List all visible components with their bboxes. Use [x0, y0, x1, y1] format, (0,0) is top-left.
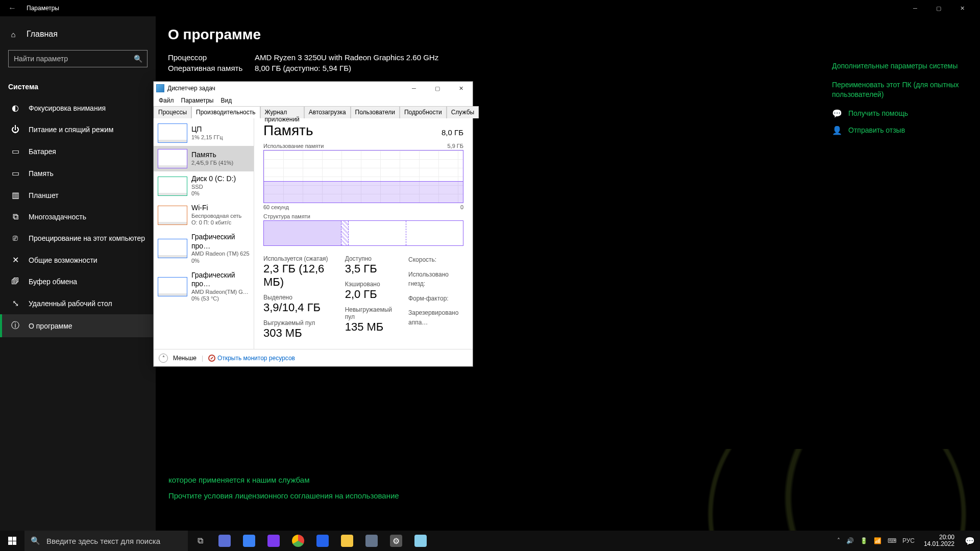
taskbar-app-2[interactable] [237, 531, 261, 551]
tm-collapse-button[interactable]: ˄ [159, 354, 168, 363]
taskbar-app-settings[interactable]: ⚙ [384, 531, 408, 551]
minimize-button[interactable]: ─ [903, 0, 927, 16]
sidebar-icon: ⤡ [10, 298, 20, 308]
mem-axis-left: 60 секунд [263, 204, 289, 210]
sidebar-item-6[interactable]: ⎚Проецирование на этот компьютер [0, 228, 156, 249]
mini-graph-icon [158, 277, 187, 296]
tm-menu-options[interactable]: Параметры [181, 97, 214, 104]
sidebar-category: Система [0, 77, 156, 97]
maximize-button[interactable]: ▢ [927, 0, 950, 16]
tm-resource-cpu-0[interactable]: ЦП1% 2,15 ГГц [154, 120, 254, 146]
taskbar-app-1[interactable] [212, 531, 237, 551]
sidebar-item-1[interactable]: ⏻Питание и спящий режим [0, 119, 156, 140]
stat-avail-label: Доступно [345, 255, 392, 262]
taskbar-app-chrome[interactable] [286, 531, 310, 551]
sidebar-home[interactable]: ⌂ Главная [0, 24, 156, 44]
sidebar-item-7[interactable]: ✕Общие возможности [0, 249, 156, 271]
tm-menu-view[interactable]: Вид [220, 97, 232, 104]
link-advanced-settings[interactable]: Дополнительные параметры системы [832, 61, 960, 71]
tray-volume-icon[interactable]: 🔊 [846, 537, 854, 544]
mini-graph-icon [158, 123, 187, 143]
sidebar-item-0[interactable]: ◐Фокусировка внимания [0, 97, 156, 119]
stat-paged-value: 303 МБ [263, 327, 329, 340]
taskbar-app-3[interactable] [261, 531, 286, 551]
tm-detail-title: Память [263, 122, 313, 139]
mem-usage-max: 5,9 ГБ [447, 143, 463, 149]
sidebar-icon: ▭ [10, 146, 20, 156]
taskbar-app-store[interactable] [310, 531, 335, 551]
license-line-2[interactable]: Прочтите условия лицензионного соглашени… [168, 491, 399, 500]
settings-window: ← Параметры ─ ▢ ✕ ⌂ Главная 🔍 Система ◐Ф… [0, 0, 980, 551]
sidebar-item-3[interactable]: ▭Память [0, 162, 156, 184]
tray-battery-icon[interactable]: 🔋 [860, 537, 868, 544]
tm-resource-gpu-5[interactable]: Графический про…AMD Radeon(TM) Grap…0% (… [154, 268, 254, 306]
stat-slots-label: Использовано гнезд: [408, 270, 463, 289]
tm-close-button[interactable]: ✕ [449, 82, 473, 95]
tm-tab-0[interactable]: Процессы [154, 106, 191, 118]
tm-tab-4[interactable]: Пользователи [351, 106, 400, 118]
stat-avail-value: 3,5 ГБ [345, 262, 392, 276]
task-view-button[interactable]: ⧉ [188, 531, 212, 551]
search-icon: 🔍 [31, 536, 40, 545]
tm-resource-gpu-4[interactable]: Графический про…AMD Radeon (TM) 6250% [154, 230, 254, 268]
mini-graph-icon [158, 149, 187, 168]
system-tray: ˄ 🔊 🔋 📶 ⌨ РУС [833, 537, 919, 544]
tm-tab-3[interactable]: Автозагрузка [304, 106, 351, 118]
tray-language[interactable]: РУС [902, 537, 915, 544]
sidebar-item-9[interactable]: ⤡Удаленный рабочий стол [0, 292, 156, 314]
resource-name: Графический про… [191, 271, 250, 289]
tm-tab-6[interactable]: Службы [447, 106, 479, 118]
tm-maximize-button[interactable]: ▢ [426, 82, 449, 95]
tm-resource-disk-2[interactable]: Диск 0 (C: D:)SSD0% [154, 171, 254, 201]
license-line-1[interactable]: которое применяется к нашим службам [168, 475, 399, 484]
taskbar-clock[interactable]: 20:00 14.01.2022 [919, 534, 960, 547]
tm-resource-wifi-3[interactable]: Wi-FiБеспроводная сетьО: 0 П: 0 кбит/с [154, 201, 254, 230]
link-feedback[interactable]: 👤 Отправить отзыв [832, 126, 960, 135]
stat-nonpaged-label: Невыгружаемый пул [345, 306, 392, 320]
taskbar-app-taskmgr[interactable] [359, 531, 384, 551]
home-icon: ⌂ [8, 30, 18, 39]
sidebar-item-4[interactable]: ▥Планшет [0, 184, 156, 206]
sidebar-item-label: Фокусировка внимания [29, 104, 106, 112]
tm-resource-mem-1[interactable]: Память2,4/5,9 ГБ (41%) [154, 146, 254, 171]
search-input[interactable] [8, 50, 148, 67]
taskbar-app-photos[interactable] [408, 531, 433, 551]
sidebar-item-label: Батарея [29, 147, 56, 156]
tm-minimize-button[interactable]: ─ [402, 82, 426, 95]
sidebar-item-2[interactable]: ▭Батарея [0, 140, 156, 162]
mem-composition-chart [263, 220, 463, 246]
resource-name: Память [191, 151, 233, 160]
tray-keyboard-icon[interactable]: ⌨ [888, 537, 896, 544]
close-button[interactable]: ✕ [950, 0, 974, 16]
tm-app-icon [156, 84, 164, 92]
tray-chevron-icon[interactable]: ˄ [837, 537, 840, 544]
link-rename-pc[interactable]: Переименовать этот ПК (для опытных польз… [832, 80, 960, 99]
taskbar-search[interactable]: 🔍 Введите здесь текст для поиска [24, 531, 188, 551]
feedback-icon: 👤 [832, 126, 844, 135]
stat-commit-value: 3,9/10,4 ГБ [263, 301, 329, 314]
sidebar-item-8[interactable]: 🗊Буфер обмена [0, 271, 156, 292]
mem-axis-right: 0 [460, 204, 463, 210]
stat-commit-label: Выделено [263, 294, 329, 301]
sidebar-item-10[interactable]: ⓘО программе [0, 314, 156, 337]
tm-titlebar[interactable]: Диспетчер задач ─ ▢ ✕ [154, 82, 473, 95]
tm-tab-5[interactable]: Подробности [400, 106, 447, 118]
tm-less-label[interactable]: Меньше [173, 355, 197, 362]
action-center-button[interactable]: 💬 [960, 536, 980, 546]
taskbar-app-explorer[interactable] [335, 531, 359, 551]
sidebar-item-5[interactable]: ⧉Многозадачность [0, 206, 156, 228]
settings-titlebar: ← Параметры ─ ▢ ✕ [0, 0, 980, 16]
start-button[interactable] [0, 531, 24, 551]
tm-menu-file[interactable]: Файл [159, 97, 174, 104]
sidebar-item-label: Питание и спящий режим [29, 126, 113, 134]
link-get-help[interactable]: 💬 Получить помощь [832, 109, 960, 118]
stat-speed-label: Скорость: [408, 255, 463, 265]
spec-cpu-label: Процессор [168, 53, 255, 62]
stat-nonpaged-value: 135 МБ [345, 320, 392, 334]
tm-tab-2[interactable]: Журнал приложений [260, 106, 304, 118]
tray-network-icon[interactable]: 📶 [874, 537, 881, 544]
back-button[interactable]: ← [6, 2, 18, 14]
tm-tab-1[interactable]: Производительность [191, 106, 260, 118]
tm-open-resmon[interactable]: Открыть монитор ресурсов [208, 355, 295, 362]
sidebar-icon: ✕ [10, 255, 20, 265]
